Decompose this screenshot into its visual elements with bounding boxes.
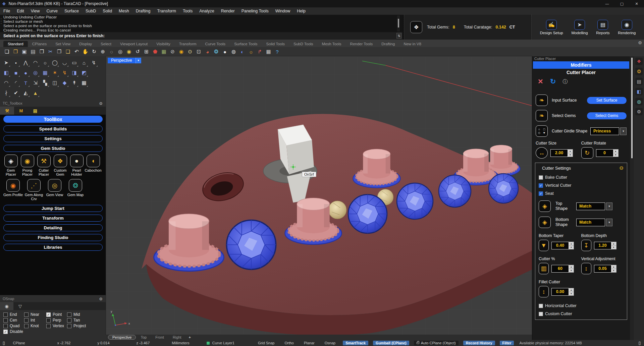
toolbar-tab[interactable]: Surface Tools bbox=[230, 41, 262, 47]
chevron-down-icon[interactable]: ▼ bbox=[620, 127, 627, 135]
settings-checkbox[interactable]: Seat bbox=[539, 191, 624, 196]
printer-tab-icon[interactable]: ▤ bbox=[28, 107, 42, 115]
handle-curve-icon[interactable]: ◜ bbox=[11, 78, 21, 88]
side-tab-gem-icon[interactable]: ❖ bbox=[635, 58, 643, 65]
rendering-button[interactable]: ◉ Rendering bbox=[618, 20, 636, 35]
pearl-holder-button[interactable]: ● Pearl Holder bbox=[68, 155, 85, 176]
checkbox[interactable] bbox=[3, 312, 8, 317]
help-icon[interactable]: ? bbox=[273, 48, 281, 56]
osnap-checkbox[interactable]: Project bbox=[67, 324, 94, 328]
modelling-button[interactable]: ➤ Modelling bbox=[571, 20, 588, 35]
rectangle-icon[interactable]: ▭ bbox=[69, 58, 79, 68]
menu-item[interactable]: Analyze bbox=[196, 7, 217, 15]
spin-down-icon[interactable]: ▼ bbox=[569, 246, 574, 249]
blend-icon[interactable]: ◠ bbox=[1, 78, 11, 88]
add-viewport-tab-button[interactable]: + bbox=[186, 335, 194, 339]
zoom-dynamic-icon[interactable]: ⊕ bbox=[99, 48, 107, 56]
lock-icon[interactable]: ⊡ bbox=[195, 48, 203, 56]
prong-placer-button[interactable]: ◉ Prong Placer bbox=[19, 155, 36, 176]
check-icon[interactable]: ✔ bbox=[11, 88, 21, 98]
panel-toggle-icon[interactable]: ▯ bbox=[3, 341, 5, 345]
toolbar-tab[interactable]: Curve Tools bbox=[201, 41, 230, 47]
osnap-checkbox[interactable]: End bbox=[3, 312, 24, 317]
gem-view-button[interactable]: ◎ Gem View bbox=[44, 179, 65, 201]
status-toggle[interactable]: Osnap bbox=[322, 341, 338, 345]
settings-checkbox[interactable]: Vertical Cutter bbox=[539, 183, 624, 188]
toolbar-tab[interactable]: Solid Tools bbox=[262, 41, 289, 47]
toolbar-tab[interactable]: Set View bbox=[51, 41, 75, 47]
spin-down-icon[interactable]: ▼ bbox=[569, 269, 574, 272]
toolbar-tab[interactable]: Drafting bbox=[377, 41, 399, 47]
boolean-icon[interactable]: ◩ bbox=[79, 68, 89, 78]
viewport-layout-icon[interactable]: ⊞ bbox=[142, 48, 151, 56]
print-icon[interactable]: ▤ bbox=[29, 48, 37, 56]
toolbar-tab[interactable]: Visibility bbox=[152, 41, 174, 47]
mirror-icon[interactable]: ◫ bbox=[50, 78, 60, 88]
cutter-percent-spinner[interactable]: 60 ▲ ▼ bbox=[551, 265, 574, 273]
cplane-button[interactable]: CPlane bbox=[13, 341, 25, 345]
checkbox[interactable] bbox=[539, 175, 543, 180]
trim-icon[interactable]: ◨ bbox=[69, 68, 79, 78]
toolbar-tab[interactable]: SubD Tools bbox=[289, 41, 318, 47]
command-history[interactable]: ••• Undoing Undoing Cutter PlacerSelect … bbox=[0, 15, 402, 32]
speed-builds-button[interactable]: Speed Builds bbox=[3, 125, 103, 132]
polyline-icon[interactable]: ⋀ bbox=[21, 58, 31, 68]
custom-gem-button[interactable]: ❖ Custom Gem bbox=[52, 155, 68, 176]
settings-checkbox[interactable]: Bake Cutter bbox=[539, 175, 624, 180]
color-wheel-icon[interactable]: ❂ bbox=[212, 48, 220, 56]
osnap-checkbox[interactable]: Mid bbox=[67, 312, 94, 317]
toolbar-tab[interactable]: Select bbox=[96, 41, 116, 47]
menu-item[interactable]: Curve bbox=[43, 7, 61, 15]
array-icon[interactable]: ▦ bbox=[79, 78, 89, 88]
command-scroll-thumb[interactable] bbox=[398, 19, 399, 27]
point-icon[interactable]: • bbox=[11, 58, 21, 68]
osnap-checkbox[interactable]: Tan bbox=[67, 318, 94, 323]
spin-up-icon[interactable]: ▲ bbox=[569, 265, 574, 269]
modifiers-header[interactable]: Modifiers bbox=[533, 61, 629, 69]
polygon-icon[interactable]: ⌂ bbox=[79, 58, 89, 68]
toolbar-tab[interactable]: Transform bbox=[175, 41, 201, 47]
scale-icon[interactable]: ⇲ bbox=[31, 78, 40, 88]
current-layer[interactable]: Curve Layer1 bbox=[212, 341, 234, 345]
checkbox[interactable] bbox=[24, 324, 29, 328]
menu-item[interactable]: Render bbox=[218, 7, 238, 15]
undo-icon[interactable]: ↶ bbox=[72, 48, 81, 56]
menu-item[interactable]: Solid bbox=[99, 7, 115, 15]
mesh-sphere-icon[interactable]: ◍ bbox=[229, 48, 238, 56]
info-icon[interactable]: ⓘ bbox=[562, 78, 568, 85]
gumball-icon[interactable]: ◉ bbox=[177, 48, 185, 56]
menu-item[interactable]: Paneling Tools bbox=[238, 7, 272, 15]
toolbar-tab[interactable]: New in V8 bbox=[399, 41, 425, 47]
status-toggle[interactable]: Record History bbox=[463, 341, 495, 345]
refresh-icon[interactable]: ↻ bbox=[550, 77, 556, 85]
spin-down-icon[interactable]: ▼ bbox=[613, 153, 618, 157]
filter-tab-icon[interactable]: ▽ bbox=[13, 302, 27, 310]
menu-item[interactable]: Drafting bbox=[132, 7, 154, 15]
toolbar-tab[interactable]: Mesh Tools bbox=[318, 41, 346, 47]
arc-icon[interactable]: ◡ bbox=[60, 58, 69, 68]
lightbulb-icon[interactable]: ⊙ bbox=[186, 48, 194, 56]
earth-icon[interactable]: ◐ bbox=[238, 48, 247, 56]
checkbox[interactable] bbox=[46, 312, 51, 317]
viewport-tab[interactable]: Top bbox=[137, 335, 151, 340]
gear-icon[interactable]: ⚙ bbox=[99, 101, 103, 106]
patch-icon[interactable]: ▦ bbox=[40, 68, 50, 78]
collapse-icon[interactable]: ⊖ bbox=[619, 165, 624, 171]
vertical-adjustment-spinner[interactable]: 0.05 ▲ ▼ bbox=[594, 265, 616, 273]
panel-scroll-thumb[interactable] bbox=[631, 58, 633, 158]
sphere-icon[interactable]: ● bbox=[221, 48, 229, 56]
box-icon[interactable]: ■ bbox=[11, 68, 21, 78]
side-tab-settings-icon[interactable]: ⚙ bbox=[635, 108, 643, 115]
checkbox[interactable] bbox=[67, 312, 71, 317]
pointer-icon[interactable]: ➤ bbox=[1, 58, 11, 68]
surface-icon[interactable]: ◧ bbox=[1, 68, 11, 78]
osnap-checkbox[interactable]: Disable bbox=[3, 329, 24, 334]
axis-icon[interactable]: ↱ bbox=[256, 48, 264, 56]
checkbox[interactable] bbox=[46, 324, 51, 328]
viewport-tab[interactable]: Perspective bbox=[108, 335, 136, 340]
rotate-view-icon[interactable]: ↻ bbox=[90, 48, 98, 56]
spin-up-icon[interactable]: ▲ bbox=[611, 242, 616, 246]
spin-down-icon[interactable]: ▼ bbox=[568, 153, 573, 157]
text-icon[interactable]: T bbox=[21, 78, 31, 88]
zoom-window-icon[interactable]: ◎ bbox=[116, 48, 124, 56]
